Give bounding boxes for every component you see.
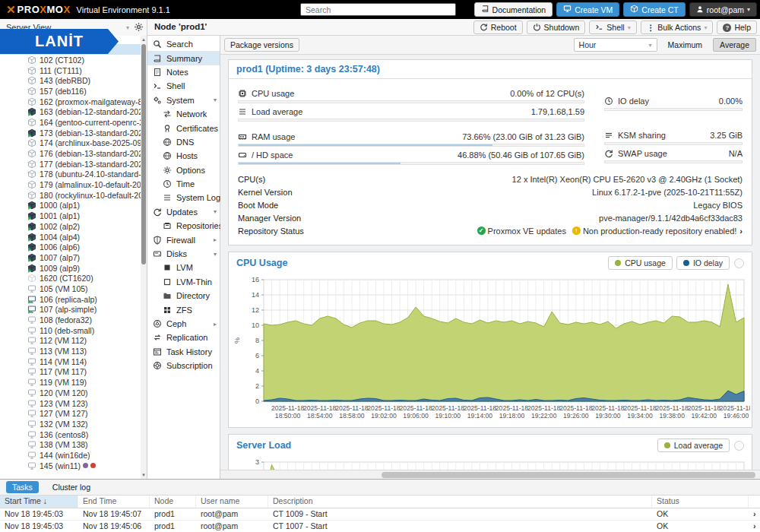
chevron-right-icon[interactable]: › <box>749 521 760 532</box>
tree-item-110[interactable]: 110 (deb-small) <box>0 325 141 336</box>
tree-item-177[interactable]: 177 (debian-13-standard-2025-09... <box>0 159 141 169</box>
shell-button[interactable]: Shell▾ <box>589 21 636 34</box>
tree-item-120[interactable]: 120 (VM 120) <box>0 388 141 398</box>
panel-collapse-icon[interactable] <box>734 441 744 451</box>
chevron-down-icon[interactable]: ▾ <box>214 97 217 103</box>
tree-item-176[interactable]: 176 (debian-13-standard-2025-09... <box>0 148 141 159</box>
nav-item-updates[interactable]: Updates▾ <box>147 205 220 219</box>
column-header-end-time[interactable]: End Time <box>78 496 150 508</box>
global-search-input[interactable] <box>300 3 456 16</box>
nav-item-network[interactable]: Network <box>147 107 220 121</box>
tree-item-127[interactable]: 127 (VM 127) <box>0 408 141 419</box>
task-row[interactable]: Nov 18 19:45:03Nov 18 19:45:06prod1root@… <box>0 521 760 532</box>
tree-item-144[interactable]: 144 (win16de) <box>0 450 141 461</box>
nav-item-lvm-thin[interactable]: LVM-Thin <box>147 275 220 289</box>
column-header-status[interactable]: Status <box>652 496 749 508</box>
legend-item[interactable]: Load average <box>657 439 730 452</box>
tree-item-111[interactable]: 111 (CT111) <box>0 65 141 76</box>
nav-item-repositories[interactable]: Repositories <box>147 219 220 233</box>
nav-item-certificates[interactable]: Certificates <box>147 121 220 135</box>
tree-item-1002[interactable]: 1002 (alp2) <box>0 221 141 232</box>
create-vm-button[interactable]: Create VM <box>556 2 619 17</box>
tree-item-1620[interactable]: 1620 (CT1620) <box>0 273 141 283</box>
chevron-right-icon[interactable]: ▸ <box>214 321 217 328</box>
nav-item-notes[interactable]: Notes <box>147 65 220 79</box>
shutdown-button[interactable]: Shutdown <box>527 21 586 34</box>
nav-item-replication[interactable]: Replication <box>147 331 220 344</box>
tree-item-107[interactable]: 107 (alp-simple) <box>0 305 141 315</box>
tree-item-132[interactable]: 132 (VM 132) <box>0 419 141 429</box>
nav-item-summary[interactable]: Summary <box>147 51 220 65</box>
tree-item-162[interactable]: 162 (proxmox-mailgateway-8.0-st... <box>0 97 141 107</box>
tree-item-114[interactable]: 114 (VM 114) <box>0 356 141 367</box>
documentation-button[interactable]: Documentation <box>474 2 553 17</box>
tree-item-174[interactable]: 174 (archlinux-base-2025-09-07) <box>0 138 141 149</box>
nav-item-system[interactable]: System▾ <box>147 93 220 107</box>
nav-item-zfs[interactable]: ZFS <box>147 302 220 316</box>
chevron-right-icon[interactable]: › <box>739 226 743 236</box>
tree-item-113[interactable]: 113 (VM 113) <box>0 346 141 356</box>
chevron-down-icon[interactable]: ▾ <box>214 251 217 258</box>
tree-item-1009[interactable]: 1009 (alp9) <box>0 263 141 274</box>
tree-item-180[interactable]: 180 (rockylinux-10-default-2025-1... <box>0 190 141 201</box>
legend-item[interactable]: CPU usage <box>608 256 673 270</box>
panel-collapse-icon[interactable] <box>734 258 744 268</box>
tree-item-138[interactable]: 138 (VM 138) <box>0 439 141 450</box>
horizontal-scrollbar[interactable] <box>220 470 760 479</box>
scrollbar-thumb[interactable] <box>141 44 146 264</box>
help-button[interactable]: ?Help <box>717 21 757 34</box>
scrollbar-thumb[interactable] <box>382 472 755 478</box>
reboot-button[interactable]: Reboot <box>473 21 523 34</box>
tree-item-106[interactable]: 106 (replica-alp) <box>0 294 141 305</box>
bulk-actions-button[interactable]: ⋮Bulk Actions▾ <box>641 21 714 34</box>
tree-item-136[interactable]: 136 (centos8) <box>0 429 141 440</box>
user-menu-button[interactable]: root@pam▾ <box>689 2 757 17</box>
tree-item-1006[interactable]: 1006 (alp6) <box>0 242 141 252</box>
nav-item-directory[interactable]: Directory <box>147 289 220 302</box>
nav-item-dns[interactable]: DNS <box>147 135 220 149</box>
tree-item-1004[interactable]: 1004 (alp4) <box>0 232 141 242</box>
chevron-down-icon[interactable]: ▾ <box>214 208 217 215</box>
nav-item-ceph[interactable]: Ceph▸ <box>147 317 220 331</box>
tree-item-179[interactable]: 179 (almalinux-10-default-2025-0... <box>0 179 141 190</box>
chevron-right-icon[interactable]: ▸ <box>214 236 217 243</box>
tree-item-108[interactable]: 108 (fedora32) <box>0 315 141 325</box>
nav-item-task-history[interactable]: Task History <box>147 345 220 359</box>
package-versions-button[interactable]: Package versions <box>224 38 299 52</box>
tree-item-117[interactable]: 117 (VM 117) <box>0 367 141 378</box>
tree-item-164[interactable]: 164 (gentoo-current-openrc-2023-... <box>0 117 141 128</box>
column-header-user-name[interactable]: User name <box>196 496 268 508</box>
column-header-start-time[interactable]: Start Time ↓ <box>0 496 78 508</box>
create-ct-button[interactable]: Create CT <box>623 2 685 17</box>
maximum-toggle[interactable]: Maximum <box>662 38 709 52</box>
gear-icon[interactable] <box>134 22 144 33</box>
tree-item-105[interactable]: 105 (VM 105) <box>0 283 141 294</box>
timeframe-select[interactable]: Hour▾ <box>574 38 657 52</box>
tree-item-1000[interactable]: 1000 (alp1) <box>0 201 141 211</box>
tree-item-157[interactable]: 157 (deb116) <box>0 86 141 97</box>
nav-item-disks[interactable]: Disks▾ <box>147 247 220 261</box>
tree-item-1001[interactable]: 1001 (alp1) <box>0 211 141 221</box>
tree-item-102[interactable]: 102 (CT102) <box>0 55 141 65</box>
legend-item[interactable]: IO delay <box>676 256 730 270</box>
tree-item-173[interactable]: 173 (debian-13-standard-2025-09... <box>0 128 141 138</box>
tree-item-1007[interactable]: 1007 (alp7) <box>0 252 141 263</box>
nav-item-subscription[interactable]: Subscription <box>147 359 220 372</box>
nav-item-hosts[interactable]: Hosts <box>147 149 220 163</box>
column-header-node[interactable]: Node <box>150 496 196 508</box>
tree-item-178[interactable]: 178 (ubuntu-24.10-standard-2025... <box>0 169 141 180</box>
task-row[interactable]: Nov 18 19:45:03Nov 18 19:45:07prod1root@… <box>0 508 760 521</box>
tree-item-119[interactable]: 119 (VM 119) <box>0 377 141 388</box>
average-toggle[interactable]: Average <box>713 38 756 52</box>
tree-item-163[interactable]: 163 (debian-12-standard-2023-10... <box>0 106 141 117</box>
tree-item-143[interactable]: 143 (debRBD) <box>0 75 141 86</box>
scroll-up-icon[interactable]: ▲ <box>141 36 147 43</box>
nav-item-firewall[interactable]: Firewall▸ <box>147 233 220 246</box>
nav-item-options[interactable]: Options <box>147 163 220 177</box>
tree-item-112[interactable]: 112 (VM 112) <box>0 336 141 347</box>
chevron-right-icon[interactable]: › <box>749 508 760 520</box>
nav-item-search[interactable]: Search <box>147 37 220 51</box>
nav-item-lvm[interactable]: LVM <box>147 261 220 274</box>
nav-item-system-log[interactable]: System Log <box>147 191 220 204</box>
nav-item-time[interactable]: Time <box>147 177 220 191</box>
